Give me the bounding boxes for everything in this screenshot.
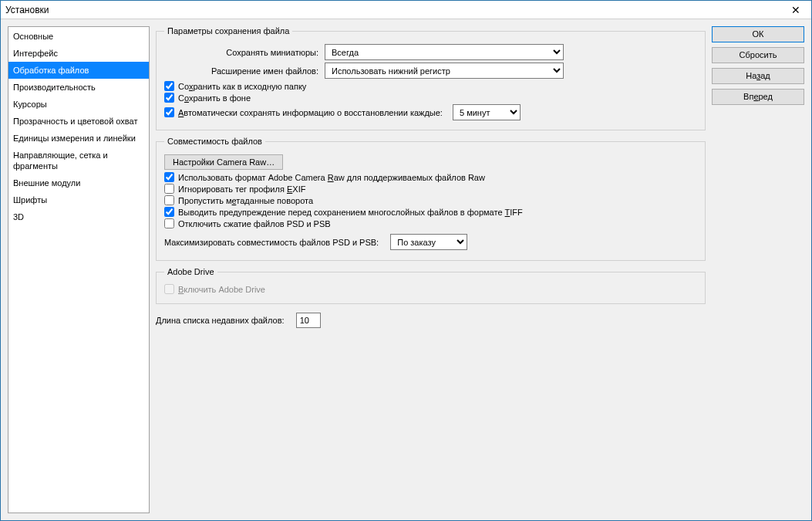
check-disable-compression[interactable]: Отключить сжатие файлов PSD и PSB [164, 218, 697, 228]
select-autosave-interval[interactable]: 5 минут [453, 104, 521, 120]
checkbox-autosave[interactable] [164, 107, 174, 117]
preferences-window: Установки ✕ Основные Интерфейс Обработка… [0, 0, 812, 521]
sidebar-item-units[interactable]: Единицы измерения и линейки [8, 130, 149, 147]
group-adobe-drive-legend: Adobe Drive [164, 267, 217, 276]
label-save-to-source: Сохранить как в исходную папку [178, 82, 306, 91]
reset-button[interactable]: Сбросить [712, 47, 804, 63]
sidebar-item-general[interactable]: Основные [8, 28, 149, 45]
window-title: Установки [5, 5, 49, 15]
sidebar-item-type[interactable]: Шрифты [8, 191, 149, 208]
check-tiff-warning[interactable]: Выводить предупреждение перед сохранение… [164, 207, 697, 217]
checkbox-save-background[interactable] [164, 93, 174, 103]
label-use-acr: Использовать формат Adobe Camera Raw для… [178, 173, 485, 182]
check-save-to-source[interactable]: Сохранить как в исходную папку [164, 81, 697, 91]
label-enable-adobe-drive: Включить Adobe Drive [178, 285, 265, 294]
sidebar-item-cursors[interactable]: Курсоры [8, 96, 149, 113]
group-file-compat-legend: Совместимость файлов [164, 137, 265, 146]
back-button[interactable]: Назад [712, 68, 804, 84]
label-save-background: Сохранить в фоне [178, 93, 251, 103]
actions-column: ОК Сбросить Назад Вперед [712, 26, 804, 513]
titlebar: Установки ✕ [1, 1, 811, 19]
group-adobe-drive: Adobe Drive Включить Adobe Drive [156, 267, 706, 304]
sidebar-item-guides[interactable]: Направляющие, сетка и фрагменты [8, 147, 149, 174]
sidebar: Основные Интерфейс Обработка файлов Прои… [8, 26, 150, 513]
label-recent-files: Длина списка недавних файлов: [156, 316, 285, 325]
camera-raw-settings-button[interactable]: Настройки Camera Raw… [164, 154, 283, 170]
sidebar-item-plugins[interactable]: Внешние модули [8, 174, 149, 191]
sidebar-item-transparency[interactable]: Прозрачность и цветовой охват [8, 113, 149, 130]
check-ignore-exif[interactable]: Игнорировать тег профиля EXIF [164, 184, 697, 194]
check-autosave[interactable]: Автоматически сохранять информацию о вос… [164, 104, 697, 120]
select-max-compat[interactable]: По заказу [390, 234, 467, 250]
label-skip-rotate-meta: Пропустить метаданные поворота [178, 196, 313, 205]
group-file-saving: Параметры сохранения файла Сохранять мин… [156, 26, 706, 130]
checkbox-skip-rotate-meta[interactable] [164, 195, 174, 205]
select-extension[interactable]: Использовать нижний регистр [325, 63, 564, 79]
check-save-background[interactable]: Сохранить в фоне [164, 93, 697, 103]
main: Параметры сохранения файла Сохранять мин… [156, 26, 804, 513]
checkbox-enable-adobe-drive [164, 284, 174, 294]
label-autosave: Автоматически сохранять информацию о вос… [178, 108, 443, 117]
label-max-compat: Максимизировать совместимость файлов PSD… [164, 238, 379, 247]
checkbox-ignore-exif[interactable] [164, 184, 174, 194]
row-extension: Расширение имен файлов: Использовать ниж… [164, 63, 697, 79]
check-enable-adobe-drive: Включить Adobe Drive [164, 284, 697, 294]
close-button[interactable]: ✕ [780, 1, 811, 19]
row-recent-files: Длина списка недавних файлов: [156, 313, 706, 328]
checkbox-use-acr[interactable] [164, 172, 174, 182]
row-max-compat: Максимизировать совместимость файлов PSD… [164, 234, 697, 250]
label-disable-compression: Отключить сжатие файлов PSD и PSB [178, 219, 331, 228]
label-thumbnails: Сохранять миниатюры: [164, 48, 320, 57]
group-file-saving-legend: Параметры сохранения файла [164, 26, 292, 36]
select-thumbnails[interactable]: Всегда [325, 44, 564, 60]
checkbox-tiff-warning[interactable] [164, 207, 174, 217]
check-use-acr[interactable]: Использовать формат Adobe Camera Raw для… [164, 172, 697, 182]
ok-button[interactable]: ОК [712, 26, 804, 42]
sidebar-item-file-handling[interactable]: Обработка файлов [8, 62, 149, 79]
checkbox-save-to-source[interactable] [164, 81, 174, 91]
content: Параметры сохранения файла Сохранять мин… [156, 26, 706, 513]
group-file-compat: Совместимость файлов Настройки Camera Ra… [156, 137, 706, 261]
label-tiff-warning: Выводить предупреждение перед сохранение… [178, 208, 523, 217]
input-recent-files[interactable] [296, 313, 321, 328]
label-ignore-exif: Игнорировать тег профиля EXIF [178, 184, 305, 194]
sidebar-item-3d[interactable]: 3D [8, 208, 149, 225]
sidebar-item-interface[interactable]: Интерфейс [8, 45, 149, 62]
checkbox-disable-compression[interactable] [164, 218, 174, 228]
row-thumbnails: Сохранять миниатюры: Всегда [164, 44, 697, 60]
check-skip-rotate-meta[interactable]: Пропустить метаданные поворота [164, 195, 697, 205]
label-extension: Расширение имен файлов: [164, 66, 320, 76]
window-body: Основные Интерфейс Обработка файлов Прои… [1, 19, 811, 520]
sidebar-item-performance[interactable]: Производительность [8, 79, 149, 96]
forward-button[interactable]: Вперед [712, 89, 804, 105]
row-camera-raw-btn: Настройки Camera Raw… [164, 154, 697, 170]
